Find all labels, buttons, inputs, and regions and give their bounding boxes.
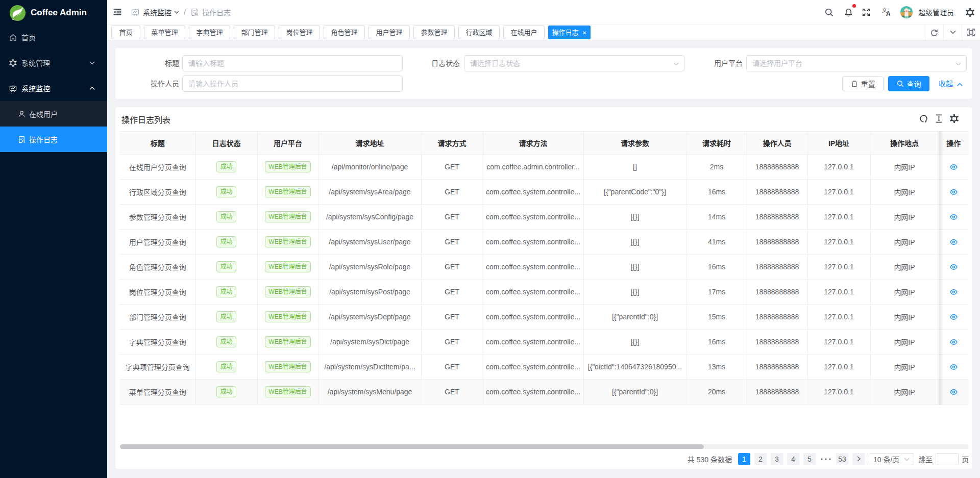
svg-text:A: A [886, 10, 891, 17]
